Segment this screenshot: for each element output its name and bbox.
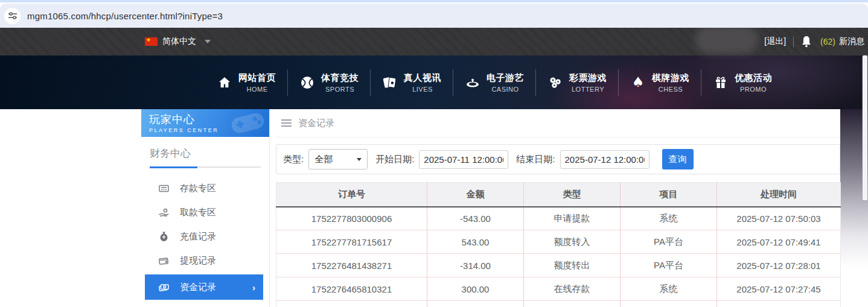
messages-label: 新消息 [839,36,864,47]
sidebar-item-recharge-records[interactable]: 充值记录 [141,224,269,248]
col-project: 项目 [621,183,717,207]
gift-icon [713,75,729,90]
deposit-card-icon [158,182,170,194]
col-process-time: 处理时间 [717,183,841,207]
scrollbar-thumb[interactable] [863,55,867,200]
page-scrollbar [863,28,868,307]
sidebar-item-label: 资金记录 [180,282,216,293]
language-label: 简体中文 [162,36,196,47]
chevron-right-icon: › [252,282,255,293]
table-row: 1752277781715617 543.00 额度转入 PA平台 2025-0… [276,230,841,254]
nav-item-home[interactable]: 网站首页 HOME [205,55,287,109]
china-flag-icon: ★ [145,37,158,46]
sidebar-item-label: 充值记录 [180,231,216,242]
chevron-down-icon [357,158,362,161]
section-underline-accent [150,166,197,168]
sports-ball-icon [299,75,315,90]
moneybag-icon [158,230,170,242]
message-count-badge: (62) [820,37,835,46]
nav-item-casino[interactable]: 电子游艺 CASINO [453,55,535,109]
nav-item-lives[interactable]: 真人视讯 LIVES [371,55,453,109]
page-title: 资金记录 [298,118,334,129]
browser-tab-strip [0,0,868,2]
roulette-icon [465,75,480,90]
withdraw-hand-icon [158,206,170,218]
sidebar-item-lottery-bet-details[interactable]: 彩票下注明细 [141,302,269,307]
wallet-icon [158,255,170,267]
home-icon [217,75,232,90]
sidebar-section-finance[interactable]: 财务中心 [150,147,261,168]
main-navigation: 网站首页 HOME 体育竞技 SPORTS 真人视讯 LIVES [205,55,783,109]
browser-chrome: mgm1065.com/hhcp/usercenter.html?iniType… [0,0,868,28]
start-date-label: 开始日期: [375,154,414,165]
site-info-icon[interactable] [4,8,21,24]
end-date-label: 结束日期: [516,154,555,165]
nav-item-lottery[interactable]: 彩票游戏 LOTTERY [536,55,618,109]
hamburger-icon [281,119,292,127]
cash-icon [158,281,170,293]
type-label: 类型: [283,154,304,165]
funds-records-table: 订单号 金额 类型 项目 处理时间 1752277803000906 -543.… [276,182,841,307]
player-center-sidebar: 玩家中心 PLAYERS CENTER 财务中心 存款专区 [141,109,270,307]
table-row: 1752276481438271 -314.00 额度转出 PA平台 2025-… [276,254,841,277]
sidebar-item-label: 取款专区 [180,207,216,218]
end-date-input[interactable] [560,150,649,169]
type-select[interactable]: 全部 [308,149,368,169]
nav-item-chess[interactable]: ♠ 棋牌游戏 CHESS [619,55,701,109]
sidebar-item-withdraw-records[interactable]: 提现记录 [141,248,269,273]
sidebar-item-deposit-zone[interactable]: 存款专区 [141,176,269,200]
sidebar-item-withdraw-zone[interactable]: 取款专区 [141,200,269,224]
logout-button[interactable]: [退出] [764,36,786,47]
page-title-bar: 资金记录 [276,109,840,138]
nav-item-promo[interactable]: 优惠活动 PROMO [701,55,783,109]
top-header: ★ 简体中文 [退出] (62) 新消息 [0,28,868,55]
table-row-clipped [276,301,841,307]
table-row: 1752276465810321 300.00 在线存款 系统 2025-07-… [276,277,841,301]
table-header-row: 订单号 金额 类型 项目 处理时间 [276,183,841,207]
url-text[interactable]: mgm1065.com/hhcp/usercenter.html?iniType… [27,11,223,21]
start-date-input[interactable] [419,150,508,169]
search-button[interactable]: 查询 [662,149,694,169]
chevron-down-icon [205,40,211,43]
main-content: 资金记录 类型: 全部 开始日期: 结束日期: 查询 订单号 金额 类型 项目 … [276,109,840,307]
col-type: 类型 [524,183,621,207]
sidebar-header: 玩家中心 PLAYERS CENTER [141,109,269,137]
col-order-id: 订单号 [276,183,427,207]
new-messages-link[interactable]: (62) 新消息 [820,36,864,47]
sidebar-item-label: 存款专区 [180,183,216,194]
col-amount: 金额 [427,183,524,207]
notification-bell-icon[interactable] [801,36,812,48]
nav-item-sports[interactable]: 体育竞技 SPORTS [288,55,370,109]
type-select-value: 全部 [314,154,333,165]
sidebar-item-funds-records[interactable]: 资金记录 › [145,274,263,300]
spade-icon: ♠ [630,75,646,90]
language-selector[interactable]: ★ 简体中文 [145,28,211,55]
tune-icon [8,11,18,21]
header-divider [793,36,794,47]
browser-url-bar[interactable]: mgm1065.com/hhcp/usercenter.html?iniType… [0,4,868,28]
username-redacted [695,26,758,54]
filter-bar: 类型: 全部 开始日期: 结束日期: 查询 [276,144,840,174]
table-row: 1752277803000906 -543.00 申请提款 系统 2025-07… [276,207,841,230]
sidebar-item-label: 提现记录 [180,255,216,267]
playing-cards-icon [382,75,398,90]
sidebar-menu: 存款专区 取款专区 充值记录 [141,176,269,307]
lottery-balls-icon [547,75,563,90]
